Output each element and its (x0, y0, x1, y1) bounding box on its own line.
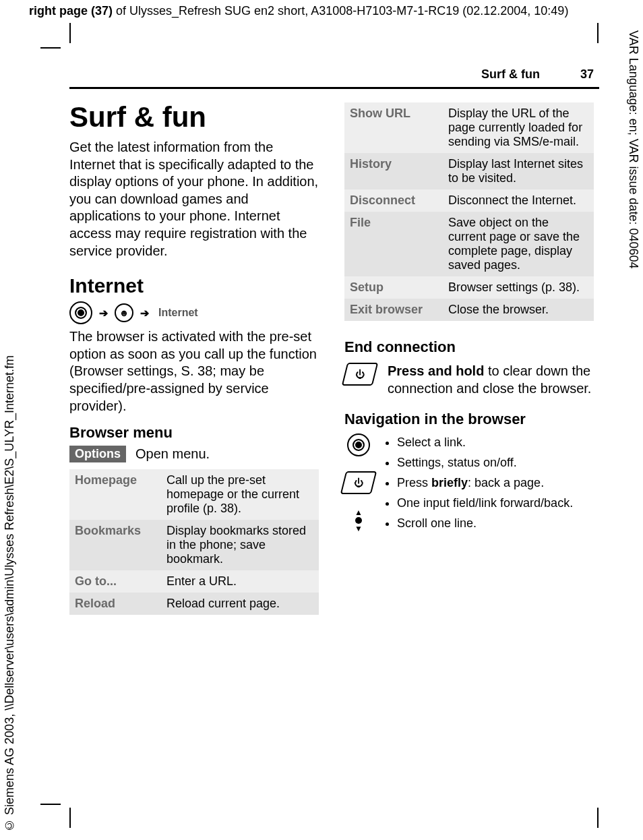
up-down-icon: ▲▼ (355, 509, 363, 532)
menu-value: Reload current page. (161, 593, 319, 615)
menu-key: History (344, 153, 443, 189)
left-column: Surf & fun Get the latest information fr… (69, 102, 319, 615)
header-rule (69, 87, 599, 89)
menu-value: Display the URL of the page currently lo… (443, 102, 594, 153)
table-row: Bookmarks Display bookmarks stored in th… (69, 520, 319, 570)
menu-value: Disconnect the Internet. (443, 189, 594, 212)
menu-key: Bookmarks (69, 520, 161, 570)
menu-key: Exit browser (344, 299, 443, 321)
table-row: Disconnect Disconnect the Internet. (344, 189, 594, 212)
running-head: Surf & fun 37 (69, 67, 599, 82)
menu-key: Disconnect (344, 189, 443, 212)
menu-key: Reload (69, 593, 161, 615)
browser-menu-heading: Browser menu (69, 424, 319, 442)
center-key-icon (347, 433, 370, 456)
table-row: Show URL Display the URL of the page cur… (344, 102, 594, 153)
end-key-icon: ⏻ (340, 471, 377, 494)
menu-value: Close the browser. (443, 299, 594, 321)
menu-key: Show URL (344, 102, 443, 153)
nav-icon-column: ⏻ ▲▼ (344, 433, 373, 532)
end-connection-text: Press and hold to clear down the connect… (388, 363, 594, 397)
page-title: Surf & fun (69, 102, 319, 132)
list-item: Select a link. (397, 433, 573, 452)
table-row: File Save object on the current page or … (344, 212, 594, 276)
table-row: History Display last Internet sites to b… (344, 153, 594, 189)
menu-value: Browser settings (p. 38). (443, 276, 594, 299)
crop-mark (597, 23, 599, 43)
crop-mark (40, 804, 61, 805)
menu-key: Go to... (69, 570, 161, 593)
list-item: One input field/link forward/back. (397, 494, 573, 513)
browser-menu-table-right: Show URL Display the URL of the page cur… (344, 102, 594, 321)
var-info-right: VAR Language: en; VAR issue date: 040604 (626, 30, 640, 269)
menu-value: Call up the pre-set homepage or the curr… (161, 469, 319, 520)
source-header: right page (37) of Ulysses_Refresh SUG e… (29, 4, 568, 18)
navigation-heading: Navigation in the browser (344, 411, 594, 428)
arrow-icon: ➔ (140, 307, 149, 320)
page-side-label: right page (37) (29, 4, 113, 18)
navigation-block: ⏻ ▲▼ Select a link. Settings, status on/… (344, 433, 594, 534)
list-item: Scroll one line. (397, 514, 573, 533)
list-item: Settings, status on/off. (397, 454, 573, 473)
options-row: Options Open menu. (69, 446, 319, 462)
internet-heading: Internet (69, 274, 319, 297)
crop-mark (40, 47, 61, 49)
options-softkey: Options (69, 446, 126, 462)
table-row: Setup Browser settings (p. 38). (344, 276, 594, 299)
page: right page (37) of Ulysses_Refresh SUG e… (0, 0, 643, 840)
menu-key: Homepage (69, 469, 161, 520)
options-description: Open menu. (135, 446, 210, 462)
menu-path-label: Internet (158, 307, 198, 319)
browser-menu-table-left: Homepage Call up the pre-set homepage or… (69, 469, 319, 615)
table-row: Exit browser Close the browser. (344, 299, 594, 321)
table-row: Reload Reload current page. (69, 593, 319, 615)
end-bold: Press and hold (388, 363, 484, 378)
menu-key: File (344, 212, 443, 276)
menu-path: ➔ ☻ ➔ Internet (69, 301, 319, 324)
crop-mark (69, 23, 71, 43)
running-page-number: 37 (580, 67, 594, 82)
arrow-icon: ➔ (99, 307, 108, 320)
nav-b-bold: briefly (431, 476, 468, 489)
list-item: Press briefly: back a page. (397, 474, 573, 493)
navigation-list: Select a link. Settings, status on/off. … (385, 433, 573, 534)
print-area: Surf & fun 37 Surf & fun Get the latest … (69, 67, 599, 813)
end-connection-row: ⏻ Press and hold to clear down the conne… (344, 363, 594, 397)
menu-value: Enter a URL. (161, 570, 319, 593)
copyright-path-left: © Siemens AG 2003, \\Dellserver\users\ad… (3, 355, 17, 832)
nav-b-pre: Press (397, 476, 431, 489)
menu-value: Display bookmarks stored in the phone; s… (161, 520, 319, 570)
menu-value: Save object on the current page or save … (443, 212, 594, 276)
right-column: Show URL Display the URL of the page cur… (344, 102, 594, 615)
source-doc-info: of Ulysses_Refresh SUG en2 short, A31008… (113, 4, 568, 18)
menu-key: Setup (344, 276, 443, 299)
running-section: Surf & fun (481, 67, 540, 82)
menu-value: Display last Internet sites to be visite… (443, 153, 594, 189)
table-row: Go to... Enter a URL. (69, 570, 319, 593)
end-key-icon: ⏻ (342, 363, 378, 386)
table-row: Homepage Call up the pre-set homepage or… (69, 469, 319, 520)
end-connection-heading: End connection (344, 338, 594, 356)
internet-body: The browser is activated with the pre-se… (69, 328, 319, 415)
columns: Surf & fun Get the latest information fr… (69, 102, 599, 615)
intro-paragraph: Get the latest information from the Inte… (69, 139, 319, 260)
center-key-icon (69, 301, 92, 324)
nav-b-post: : back a page. (468, 476, 544, 489)
globe-icon: ☻ (115, 303, 133, 322)
